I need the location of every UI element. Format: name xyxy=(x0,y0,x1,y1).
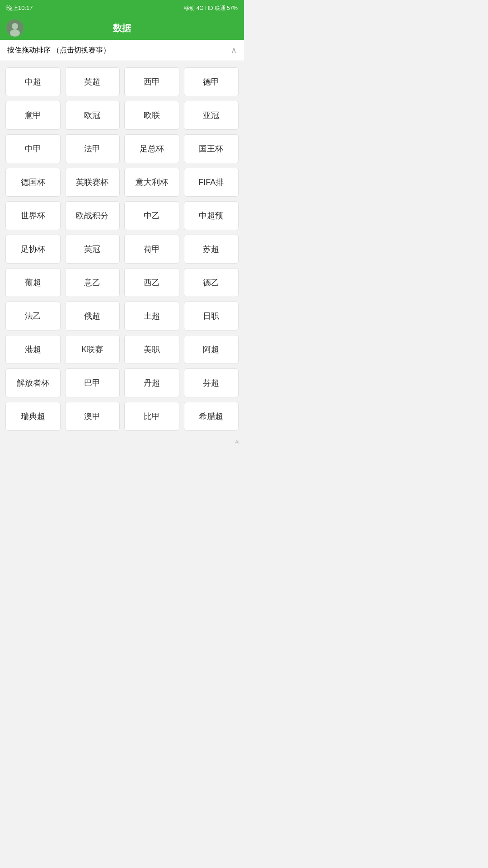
league-item[interactable]: 瑞典超 xyxy=(5,402,61,431)
league-item[interactable]: 土超 xyxy=(124,302,179,330)
league-item[interactable]: 巴甲 xyxy=(65,368,120,397)
league-item[interactable]: 足总杯 xyxy=(124,134,179,163)
league-item[interactable]: 欧联 xyxy=(124,101,179,130)
league-item[interactable]: FIFA排 xyxy=(184,168,239,197)
league-item[interactable]: K联赛 xyxy=(65,335,120,364)
league-item[interactable]: 德国杯 xyxy=(5,168,61,197)
league-item[interactable]: 中超预 xyxy=(184,201,239,230)
league-item[interactable]: 德乙 xyxy=(184,268,239,297)
league-item[interactable]: 日职 xyxy=(184,302,239,330)
league-item[interactable]: 希腊超 xyxy=(184,402,239,431)
svg-point-1 xyxy=(12,23,18,29)
league-grid: 中超英超西甲德甲意甲欧冠欧联亚冠中甲法甲足总杯国王杯德国杯英联赛杯意大利杯FIF… xyxy=(0,61,244,437)
league-item[interactable]: 苏超 xyxy=(184,235,239,264)
league-item[interactable]: 美职 xyxy=(124,335,179,364)
sort-hint-text: （点击切换赛事） xyxy=(52,46,110,54)
league-item[interactable]: 西甲 xyxy=(124,67,179,96)
league-item[interactable]: 意大利杯 xyxy=(124,168,179,197)
sort-bar: 按住拖动排序 （点击切换赛事） ∧ xyxy=(0,40,244,61)
svg-point-2 xyxy=(10,29,20,37)
league-item[interactable]: 英超 xyxy=(65,67,120,96)
league-item[interactable]: 俄超 xyxy=(65,302,120,330)
league-item[interactable]: 英冠 xyxy=(65,235,120,264)
status-right: 移动 4G HD 联通 57% xyxy=(184,5,238,12)
league-item[interactable]: 英联赛杯 xyxy=(65,168,120,197)
league-item[interactable]: 亚冠 xyxy=(184,101,239,130)
watermark: Ai xyxy=(0,437,244,446)
league-item[interactable]: 葡超 xyxy=(5,268,61,297)
league-item[interactable]: 澳甲 xyxy=(65,402,120,431)
league-item[interactable]: 阿超 xyxy=(184,335,239,364)
league-item[interactable]: 解放者杯 xyxy=(5,368,61,397)
league-item[interactable]: 中乙 xyxy=(124,201,179,230)
league-item[interactable]: 西乙 xyxy=(124,268,179,297)
league-item[interactable]: 中超 xyxy=(5,67,61,96)
page-title: 数据 xyxy=(113,22,131,34)
league-item[interactable]: 足协杯 xyxy=(5,235,61,264)
league-item[interactable]: 德甲 xyxy=(184,67,239,96)
chevron-up-icon[interactable]: ∧ xyxy=(231,45,237,55)
league-item[interactable]: 丹超 xyxy=(124,368,179,397)
league-item[interactable]: 荷甲 xyxy=(124,235,179,264)
league-item[interactable]: 国王杯 xyxy=(184,134,239,163)
sort-bar-text: 按住拖动排序 （点击切换赛事） xyxy=(7,46,110,55)
league-item[interactable]: 意甲 xyxy=(5,101,61,130)
avatar[interactable] xyxy=(6,19,23,37)
league-item[interactable]: 世界杯 xyxy=(5,201,61,230)
sort-main-text: 按住拖动排序 xyxy=(7,46,51,54)
league-item[interactable]: 比甲 xyxy=(124,402,179,431)
league-item[interactable]: 意乙 xyxy=(65,268,120,297)
league-item[interactable]: 欧战积分 xyxy=(65,201,120,230)
league-item[interactable]: 法乙 xyxy=(5,302,61,330)
league-item[interactable]: 港超 xyxy=(5,335,61,364)
league-item[interactable]: 法甲 xyxy=(65,134,120,163)
status-time: 晚上10:17 xyxy=(6,4,33,12)
status-bar: 晚上10:17 移动 4G HD 联通 57% xyxy=(0,0,244,16)
app-header: 数据 xyxy=(0,16,244,40)
league-item[interactable]: 中甲 xyxy=(5,134,61,163)
league-item[interactable]: 欧冠 xyxy=(65,101,120,130)
league-item[interactable]: 芬超 xyxy=(184,368,239,397)
